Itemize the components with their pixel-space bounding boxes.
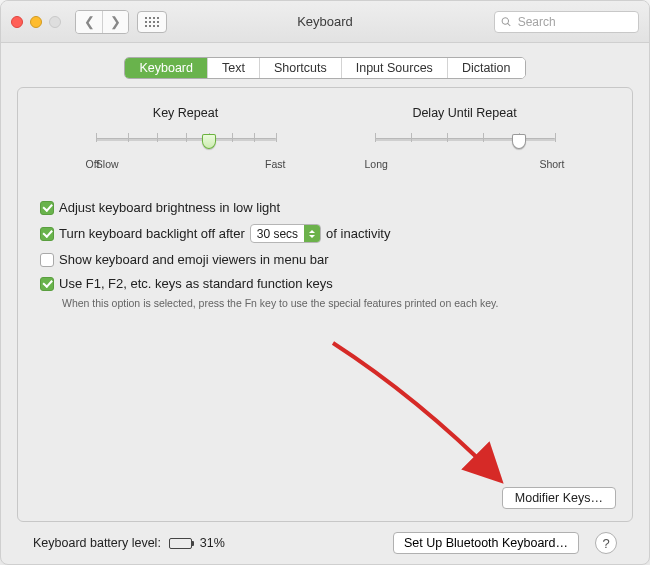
label-backlight-post: of inactivity: [326, 226, 390, 241]
search-icon: [501, 16, 512, 28]
titlebar: ❮ ❯ Keyboard: [1, 1, 649, 43]
key-repeat-range: Off Slow Fast: [86, 158, 286, 170]
fnkeys-hint: When this option is selected, press the …: [40, 297, 614, 309]
search-input[interactable]: [516, 14, 632, 30]
footer: Keyboard battery level: 31% Set Up Bluet…: [17, 522, 633, 564]
key-repeat-track[interactable]: [96, 130, 276, 156]
opt-brightness: Adjust keyboard brightness in low light: [40, 200, 614, 215]
back-button[interactable]: ❮: [76, 11, 102, 33]
stepper-icon[interactable]: [304, 225, 320, 242]
show-all-button[interactable]: [137, 11, 167, 33]
checkbox-backlight[interactable]: [40, 227, 54, 241]
nav-buttons: ❮ ❯: [75, 10, 129, 34]
tab-shortcuts[interactable]: Shortcuts: [259, 58, 341, 78]
options-list: Adjust keyboard brightness in low light …: [36, 200, 614, 309]
minimize-icon[interactable]: [30, 16, 42, 28]
label-brightness: Adjust keyboard brightness in low light: [59, 200, 280, 215]
delay-thumb[interactable]: [512, 134, 526, 149]
opt-backlight: Turn keyboard backlight off after 30 sec…: [40, 224, 614, 243]
tab-input-sources[interactable]: Input Sources: [341, 58, 447, 78]
content-area: Keyboard Text Shortcuts Input Sources Di…: [1, 43, 649, 564]
forward-button[interactable]: ❯: [102, 11, 128, 33]
setup-bluetooth-button[interactable]: Set Up Bluetooth Keyboard…: [393, 532, 579, 554]
key-repeat-label: Key Repeat: [153, 106, 218, 120]
delay-track[interactable]: [375, 130, 555, 156]
label-menubar: Show keyboard and emoji viewers in menu …: [59, 252, 329, 267]
delay-slider: Delay Until Repeat Long Short: [345, 106, 584, 170]
battery-icon: [169, 538, 192, 549]
battery-label: Keyboard battery level:: [33, 536, 161, 550]
sliders-row: Key Repeat Off Slow Fast: [36, 102, 614, 186]
zoom-icon[interactable]: [49, 16, 61, 28]
delay-range: Long Short: [365, 158, 565, 170]
checkbox-brightness[interactable]: [40, 201, 54, 215]
modifier-keys-button[interactable]: Modifier Keys…: [502, 487, 616, 509]
backlight-timeout-value: 30 secs: [251, 227, 304, 241]
traffic-lights: [11, 16, 61, 28]
opt-menubar: Show keyboard and emoji viewers in menu …: [40, 252, 614, 267]
annotation-arrow: [328, 338, 528, 508]
opt-fnkeys: Use F1, F2, etc. keys as standard functi…: [40, 276, 614, 291]
backlight-timeout-select[interactable]: 30 secs: [250, 224, 321, 243]
key-repeat-slider: Key Repeat Off Slow Fast: [66, 106, 305, 170]
checkbox-fnkeys[interactable]: [40, 277, 54, 291]
label-backlight-pre: Turn keyboard backlight off after: [59, 226, 245, 241]
search-field[interactable]: [494, 11, 639, 33]
tab-text[interactable]: Text: [207, 58, 259, 78]
close-icon[interactable]: [11, 16, 23, 28]
key-repeat-thumb[interactable]: [202, 134, 216, 149]
battery-percent: 31%: [200, 536, 225, 550]
tab-keyboard[interactable]: Keyboard: [125, 58, 207, 78]
help-button[interactable]: ?: [595, 532, 617, 554]
settings-pane: Key Repeat Off Slow Fast: [17, 87, 633, 522]
preferences-window: ❮ ❯ Keyboard Keyboard Text Shortcuts Inp…: [0, 0, 650, 565]
delay-label: Delay Until Repeat: [412, 106, 516, 120]
label-fnkeys: Use F1, F2, etc. keys as standard functi…: [59, 276, 333, 291]
grid-icon: [145, 17, 159, 27]
tab-dictation[interactable]: Dictation: [447, 58, 525, 78]
checkbox-menubar[interactable]: [40, 253, 54, 267]
tab-bar: Keyboard Text Shortcuts Input Sources Di…: [124, 57, 525, 79]
